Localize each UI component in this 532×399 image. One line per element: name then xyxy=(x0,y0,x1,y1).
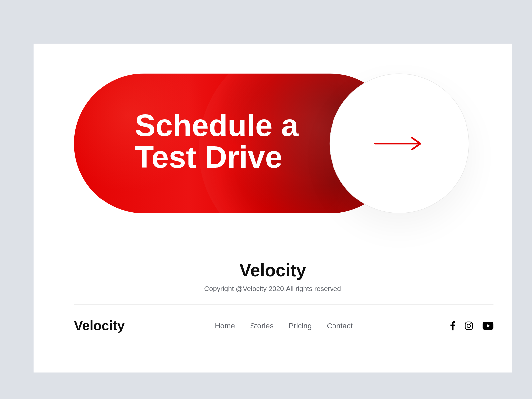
footer-brand: Velocity xyxy=(74,318,125,333)
arrow-right-icon xyxy=(374,135,425,152)
nav-stories[interactable]: Stories xyxy=(250,321,274,330)
svg-rect-1 xyxy=(465,322,473,330)
svg-point-3 xyxy=(470,323,471,324)
youtube-link[interactable] xyxy=(483,322,494,330)
facebook-icon xyxy=(450,321,455,331)
instagram-link[interactable] xyxy=(464,321,473,331)
footer: Velocity Home Stories Pricing Contact xyxy=(74,317,494,335)
svg-point-2 xyxy=(467,324,470,327)
cta-arrow-button[interactable] xyxy=(330,74,469,214)
nav-pricing[interactable]: Pricing xyxy=(289,321,312,330)
copyright-text: Copyright @Velocity 2020.All rights rese… xyxy=(34,285,512,293)
instagram-icon xyxy=(464,321,473,331)
brand-name: Velocity xyxy=(34,260,512,280)
brand-block: Velocity Copyright @Velocity 2020.All ri… xyxy=(34,260,512,293)
social-links xyxy=(450,321,493,331)
facebook-link[interactable] xyxy=(450,321,455,331)
schedule-test-drive-cta[interactable]: Schedule a Test Drive xyxy=(74,74,469,214)
cta-label: Schedule a Test Drive xyxy=(135,110,298,173)
footer-nav: Home Stories Pricing Contact xyxy=(215,321,352,330)
footer-divider xyxy=(74,304,494,305)
page-card: Schedule a Test Drive Velocity Copyright… xyxy=(34,44,512,373)
nav-contact[interactable]: Contact xyxy=(327,321,353,330)
youtube-icon xyxy=(483,322,494,330)
nav-home[interactable]: Home xyxy=(215,321,235,330)
